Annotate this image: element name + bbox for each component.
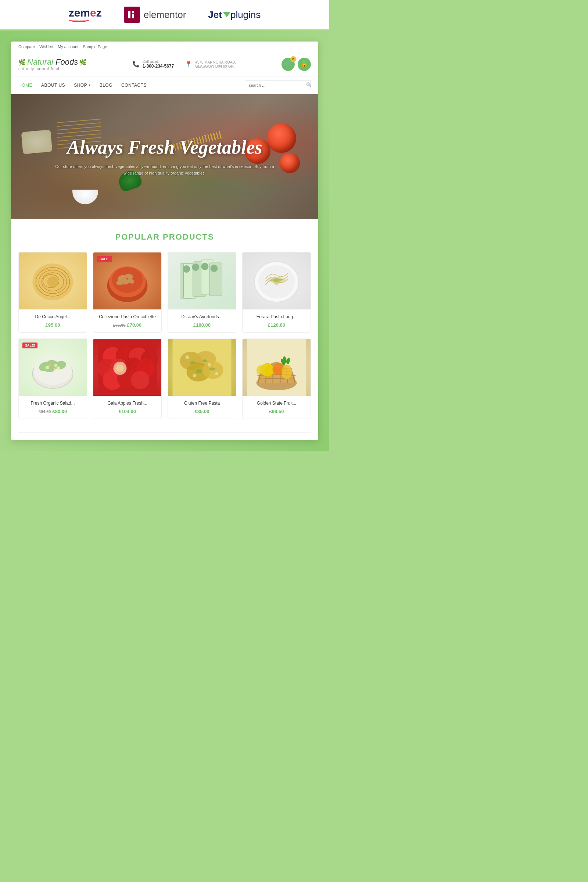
svg-point-62	[131, 371, 150, 389]
product-image-6	[93, 339, 161, 396]
product-card-6[interactable]: Gala Apples Fresh... £104.00	[93, 339, 162, 419]
sale-badge-5: SALE!	[22, 342, 38, 348]
wishlist-link[interactable]: Wishlist	[39, 45, 53, 49]
product-name-5: Fresh Organic Salad...	[22, 400, 84, 406]
product-image-8	[243, 339, 310, 396]
product-info-7: Gluten Free Pasta £85.00	[168, 396, 236, 418]
product-info-4: Ferara Pasta Long... £120.00	[243, 309, 310, 332]
product-image-1	[19, 252, 87, 309]
logo-tagline: eat only natural food	[18, 67, 60, 71]
svg-point-80	[208, 363, 211, 366]
product-card-2[interactable]: SALE!	[93, 252, 162, 333]
section-title-dark: PRODUCTS	[160, 232, 214, 242]
search-input[interactable]	[245, 81, 303, 89]
svg-rect-0	[128, 11, 130, 18]
footer-spacer	[11, 432, 318, 440]
section-title: POPULAR PRODUCTS	[18, 232, 311, 242]
shop-dropdown-icon: ▾	[88, 83, 91, 87]
address-line1: 4578 MARMORA ROAD,	[195, 60, 236, 64]
address-details: 4578 MARMORA ROAD, GLASGOW D04 89 GR.	[195, 60, 236, 68]
product-image-5: SALE!	[19, 339, 87, 396]
product-price-5: £94.50£80.00	[22, 409, 84, 414]
section-title-green: POPULAR	[115, 232, 160, 242]
phone-contact: 📞 Call us at: 1-800-234-5677	[132, 60, 174, 69]
svg-point-81	[193, 374, 196, 377]
header-icons: 🛒 0 🔒	[282, 58, 311, 71]
search-button[interactable]: 🔍	[303, 81, 311, 90]
jet-triangle	[223, 12, 230, 17]
product-name-7: Gluten Free Pasta	[171, 400, 233, 406]
elementor-text: elementor	[144, 9, 186, 21]
leaf-left-icon: 🌿	[18, 59, 26, 66]
svg-rect-3	[132, 16, 134, 18]
logo-text: Natural Foods	[27, 57, 78, 67]
zemes-logo: zemez	[69, 8, 102, 22]
svg-point-48	[57, 366, 60, 370]
cart-button[interactable]: 🛒 0	[282, 58, 295, 71]
product-image-3	[168, 252, 236, 309]
tomato-decor-3	[280, 153, 300, 173]
utility-bar: Compare Wishlist My account Sample Page	[11, 42, 318, 52]
product-info-3: Dr. Jay's Ayurfoods... £100.00	[168, 309, 236, 332]
product-name-6: Gala Apples Fresh...	[96, 400, 158, 406]
brand-bar: zemez elementor Jetplugins	[0, 0, 329, 30]
utility-links: Compare Wishlist My account Sample Page	[18, 45, 107, 49]
products-section: POPULAR PRODUCTS	[11, 219, 318, 432]
hero-content: Always Fresh Vegetables Our store offers…	[54, 137, 275, 176]
product-price-6: £104.00	[96, 409, 158, 414]
elementor-icon	[124, 7, 140, 23]
nav-home[interactable]: HOME	[18, 82, 32, 88]
sample-page-link[interactable]: Sample Page	[82, 45, 107, 49]
site-header: 🌿 Natural Foods 🌿 eat only natural food …	[11, 52, 318, 76]
product-card-3[interactable]: Dr. Jay's Ayurfoods... £100.00	[168, 252, 236, 333]
search-box: 🔍	[245, 80, 311, 90]
phone-details: Call us at: 1-800-234-5677	[142, 60, 174, 69]
compare-link[interactable]: Compare	[18, 45, 35, 49]
main-card: Compare Wishlist My account Sample Page …	[11, 42, 318, 440]
my-account-link[interactable]: My account	[58, 45, 78, 49]
product-price-7: £85.00	[171, 409, 233, 414]
svg-point-39	[271, 278, 282, 282]
jet-text: Jet	[208, 9, 222, 21]
site-logo: 🌿 Natural Foods 🌿 eat only natural food	[18, 57, 87, 71]
product-card-7[interactable]: Gluten Free Pasta £85.00	[168, 339, 236, 419]
address-contact: 📍 4578 MARMORA ROAD, GLASGOW D04 89 GR.	[185, 60, 236, 68]
product-price-3: £100.00	[171, 322, 233, 328]
hero-title: Always Fresh Vegetables	[54, 137, 275, 158]
plugins-text: plugins	[230, 9, 261, 21]
hero-banner: Always Fresh Vegetables Our store offers…	[11, 94, 318, 219]
svg-point-47	[54, 364, 57, 367]
nav-blog[interactable]: BLOG	[100, 82, 112, 88]
account-button[interactable]: 🔒	[298, 58, 311, 71]
product-card-5[interactable]: SALE!	[18, 339, 87, 419]
product-price-4: £120.00	[246, 322, 308, 328]
nav-contacts[interactable]: CONTACTS	[121, 82, 147, 88]
fruit-basket-svg	[243, 339, 310, 396]
ayur-bags-svg	[168, 252, 236, 309]
product-card-8[interactable]: Golden State Fruit... £99.50	[242, 339, 311, 419]
product-info-1: De Cecco Angel... £95.00	[19, 309, 87, 332]
apples-svg	[93, 339, 161, 396]
product-image-2: SALE!	[93, 252, 161, 309]
location-icon: 📍	[185, 61, 192, 68]
product-card-1[interactable]: De Cecco Angel... £95.00	[18, 252, 87, 333]
product-card-4[interactable]: Ferara Pasta Long... £120.00	[242, 252, 311, 333]
svg-point-82	[215, 372, 218, 375]
svg-line-4	[57, 119, 101, 123]
svg-point-50	[54, 368, 56, 370]
svg-point-31	[183, 266, 190, 273]
phone-label: Call us at:	[142, 60, 174, 64]
cart-badge: 0	[290, 56, 296, 62]
svg-line-7	[57, 130, 101, 134]
product-name-1: De Cecco Angel...	[22, 314, 84, 320]
svg-point-77	[196, 369, 202, 373]
product-old-price-5: £94.50	[39, 410, 51, 414]
jet-plugins-logo: Jetplugins	[208, 9, 261, 21]
svg-point-49	[48, 364, 51, 367]
product-info-5: Fresh Organic Salad... £94.50£80.00	[19, 396, 87, 418]
nav-about[interactable]: ABOUT US	[41, 82, 65, 88]
phone-icon: 📞	[132, 61, 140, 68]
product-name-8: Golden State Fruit...	[246, 400, 308, 406]
svg-point-46	[46, 366, 49, 369]
nav-shop[interactable]: SHOP ▾	[74, 82, 91, 88]
